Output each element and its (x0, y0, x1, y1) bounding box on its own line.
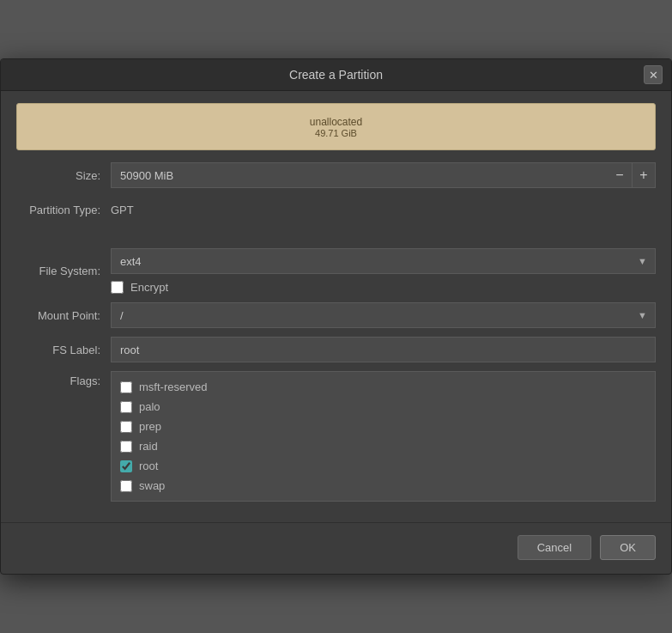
partition-bar-size: 49.71 GiB (315, 128, 357, 138)
flag-label-prep[interactable]: prep (139, 420, 161, 433)
size-label: Size: (16, 169, 111, 182)
flag-item-root: root (120, 456, 646, 476)
partition-type-value: GPT (111, 204, 134, 216)
flag-label-root[interactable]: root (139, 460, 158, 472)
mount-point-select-wrap: / /boot /home /var /tmp /usr swap ▼ (111, 302, 656, 328)
size-input[interactable] (111, 162, 608, 188)
cancel-button[interactable]: Cancel (518, 535, 591, 560)
size-increase-button[interactable]: + (632, 162, 656, 188)
flag-checkbox-root[interactable] (120, 460, 132, 472)
flag-checkbox-palo[interactable] (120, 401, 132, 413)
flag-label-swap[interactable]: swap (139, 479, 165, 492)
flag-item-prep: prep (120, 417, 646, 436)
partition-type-value-area: GPT (111, 204, 656, 216)
encrypt-label[interactable]: Encrypt (130, 281, 168, 294)
flags-list: msft-reserved palo prep raid root (111, 371, 656, 502)
encrypt-row: Encrypt (111, 281, 656, 294)
flag-label-msft-reserved[interactable]: msft-reserved (139, 380, 207, 393)
fs-label-input-area (111, 337, 656, 362)
flag-item-msft-reserved: msft-reserved (120, 377, 646, 397)
size-input-wrap: − + (111, 162, 656, 188)
size-row: Size: − + (16, 162, 656, 188)
create-partition-dialog: Create a Partition ✕ unallocated 49.71 G… (0, 58, 672, 575)
flag-checkbox-swap[interactable] (120, 480, 132, 492)
partition-type-label: Partition Type: (16, 204, 111, 216)
flag-item-raid: raid (120, 436, 646, 456)
partition-bar: unallocated 49.71 GiB (16, 103, 656, 150)
partition-bar-label: unallocated (310, 116, 362, 128)
flags-row: Flags: msft-reserved palo prep raid (16, 371, 656, 502)
encrypt-checkbox[interactable] (111, 281, 124, 294)
size-control: − + (111, 162, 656, 188)
mount-point-row: Mount Point: / /boot /home /var /tmp /us… (16, 302, 656, 328)
flag-item-swap: swap (120, 476, 646, 496)
button-row: Cancel OK (1, 522, 671, 574)
flags-label: Flags: (16, 371, 111, 387)
filesystem-select-wrap: ext4 ext3 ext2 fat32 ntfs btrfs xfs swap… (111, 248, 656, 274)
filesystem-row: File System: ext4 ext3 ext2 fat32 ntfs b… (16, 248, 656, 294)
close-button[interactable]: ✕ (644, 65, 663, 84)
dialog-content: unallocated 49.71 GiB Size: − + Partitio… (1, 91, 671, 522)
size-decrease-button[interactable]: − (608, 162, 632, 188)
mount-point-select[interactable]: / /boot /home /var /tmp /usr swap (111, 302, 656, 328)
filesystem-select[interactable]: ext4 ext3 ext2 fat32 ntfs btrfs xfs swap… (111, 248, 656, 274)
flag-checkbox-prep[interactable] (120, 421, 132, 433)
fs-label-label: FS Label: (16, 344, 111, 356)
fs-label-row: FS Label: (16, 337, 656, 362)
mount-point-label: Mount Point: (16, 309, 111, 322)
ok-button[interactable]: OK (600, 535, 656, 560)
filesystem-select-area: ext4 ext3 ext2 fat32 ntfs btrfs xfs swap… (111, 248, 656, 294)
flag-label-palo[interactable]: palo (139, 400, 160, 413)
titlebar: Create a Partition ✕ (1, 59, 671, 91)
fs-label-input[interactable] (111, 337, 656, 362)
flag-checkbox-raid[interactable] (120, 441, 132, 453)
dialog-title: Create a Partition (289, 68, 383, 82)
partition-type-row: Partition Type: GPT (16, 197, 656, 222)
mount-point-select-area: / /boot /home /var /tmp /usr swap ▼ (111, 302, 656, 328)
flag-label-raid[interactable]: raid (139, 440, 158, 453)
filesystem-label: File System: (16, 265, 111, 277)
flag-checkbox-msft-reserved[interactable] (120, 381, 132, 393)
flag-item-palo: palo (120, 397, 646, 417)
